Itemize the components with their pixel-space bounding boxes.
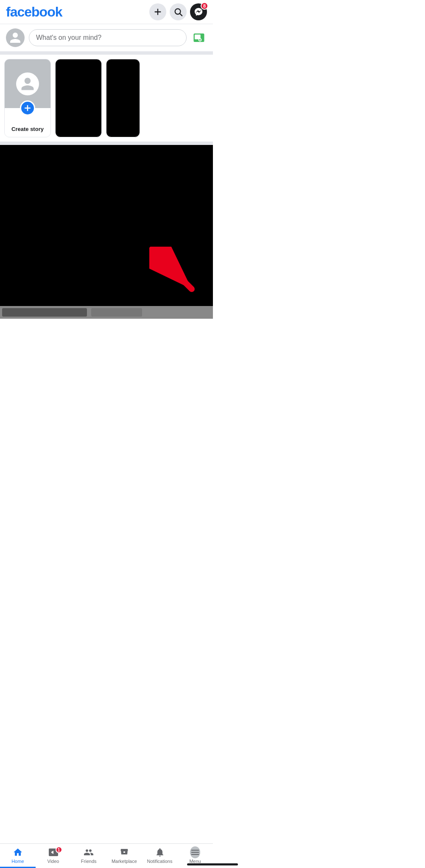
- feed-content-area: [0, 145, 213, 306]
- svg-line-11: [154, 251, 192, 289]
- header: facebook 8: [0, 0, 213, 24]
- add-button[interactable]: [149, 3, 166, 20]
- plus-circle-icon: [20, 100, 35, 116]
- create-story-card[interactable]: Create story: [4, 59, 51, 137]
- post-composer: What's on your mind?: [0, 24, 213, 51]
- svg-point-7: [199, 39, 201, 41]
- whats-on-your-mind-input[interactable]: What's on your mind?: [29, 29, 187, 46]
- header-actions: 8: [149, 3, 207, 20]
- user-avatar: [6, 28, 25, 47]
- search-button[interactable]: [170, 3, 187, 20]
- messenger-button[interactable]: 8: [190, 3, 207, 20]
- story-card-1[interactable]: [55, 59, 102, 137]
- section-divider-1: [0, 51, 213, 55]
- bottom-hint-strip: [0, 306, 213, 319]
- red-arrow-overlay: [149, 247, 200, 298]
- create-story-label: Create story: [11, 126, 44, 132]
- story-card-bottom: Create story: [5, 108, 50, 137]
- facebook-logo: facebook: [6, 4, 62, 20]
- stories-section: Create story: [0, 55, 213, 142]
- svg-line-3: [180, 14, 182, 16]
- photo-video-button[interactable]: [191, 30, 207, 46]
- messenger-badge: 8: [201, 2, 208, 10]
- story-card-2[interactable]: [106, 59, 140, 137]
- story-user-avatar: [16, 72, 39, 95]
- section-divider-2: [0, 142, 213, 145]
